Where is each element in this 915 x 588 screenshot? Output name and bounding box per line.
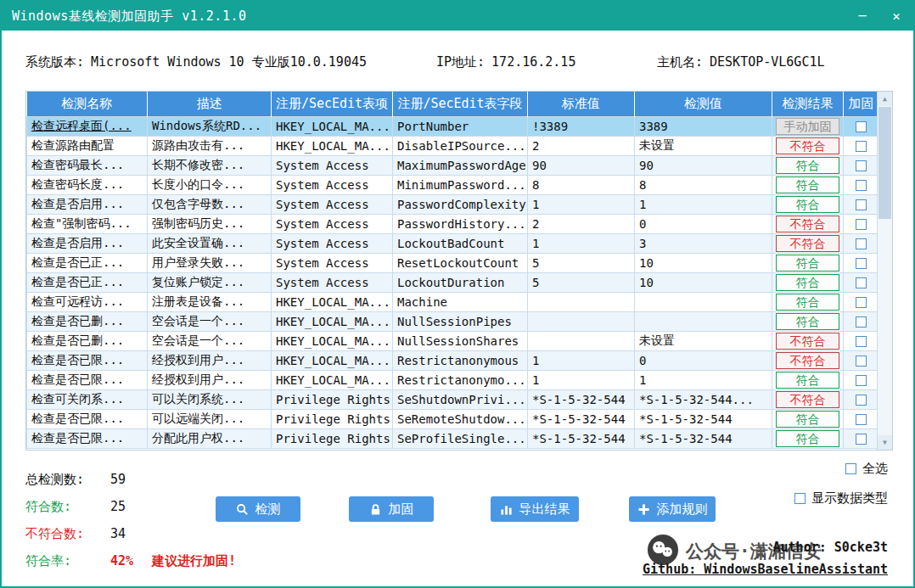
cell-harden [844,136,879,155]
row-harden-checkbox[interactable] [856,160,867,171]
select-all-checkbox[interactable] [845,463,856,474]
cell-standard: 90 [528,155,635,175]
cell-harden [844,175,879,194]
scroll-down-icon[interactable]: ▼ [878,435,892,450]
cell-name: 检查是否已正... [27,272,148,292]
harden-button[interactable]: 加固 [349,496,434,522]
row-harden-checkbox[interactable] [856,258,867,269]
table-row[interactable]: 检查是否已删...空会话是一个...HKEY_LOCAL_MA...NullSe… [27,331,879,350]
result-badge-manual[interactable]: 手动加固 [776,118,839,135]
result-badge-pass: 符合 [776,313,839,330]
cell-standard: 8 [528,175,635,194]
row-harden-checkbox[interactable] [856,238,867,249]
cell-desc: 强制密码历史... [148,214,272,233]
row-harden-checkbox[interactable] [856,375,867,386]
table-row[interactable]: 检查"强制密码...强制密码历史...System AccessPassword… [27,214,879,233]
cell-reg-key: Privilege Rights [272,409,393,428]
table-row[interactable]: 检查是否启用...仅包含字母数...System AccessPasswordC… [27,194,879,214]
table-row[interactable]: 检查密码最长...长期不修改密...System AccessMaximumPa… [27,155,879,175]
column-header-name[interactable]: 检测名称 [27,92,148,116]
cell-name: 检查是否已限... [27,370,148,389]
table-body: 检查远程桌面(...Windows系统RD...HKEY_LOCAL_MA...… [27,116,879,448]
row-harden-checkbox[interactable] [856,316,867,328]
table-row[interactable]: 检查是否已删...空会话是一个...HKEY_LOCAL_MA...NullSe… [27,311,879,331]
results-table: 检测名称 描述 注册/SecEdit表项 注册/SecEdit表字段 标准值 检… [25,91,893,451]
close-button[interactable]: ✕ [879,2,913,31]
cell-desc: 可以关闭系统... [148,389,272,409]
row-harden-checkbox[interactable] [856,414,867,425]
column-header-result[interactable]: 检测结果 [772,92,844,116]
github-link[interactable]: Github: WindowsBaselineAssistant [643,562,888,577]
column-header-reg-field[interactable]: 注册/SecEdit表字段 [393,92,528,116]
cell-standard: !3389 [528,116,635,136]
column-header-harden[interactable]: 加固 [844,92,879,116]
row-harden-checkbox[interactable] [856,356,867,367]
row-harden-checkbox[interactable] [856,141,867,152]
column-header-standard[interactable]: 标准值 [528,92,635,116]
cell-harden [844,389,879,409]
bar-chart-icon [500,503,513,516]
cell-desc: 空会话是一个... [148,311,272,331]
row-harden-checkbox[interactable] [856,121,867,132]
row-harden-checkbox[interactable] [856,180,867,191]
row-harden-checkbox[interactable] [856,395,867,406]
show-types-checkbox[interactable] [794,493,806,504]
cell-standard: 2 [528,136,635,155]
cell-reg-key: System Access [272,253,393,272]
row-harden-checkbox[interactable] [856,336,867,347]
ip-address-label: IP地址: [436,54,485,70]
table-row[interactable]: 检查是否已限...经授权到用户...HKEY_LOCAL_MA...Restri… [27,370,879,389]
cell-detected: 3389 [635,116,772,136]
table-header-row: 检测名称 描述 注册/SecEdit表项 注册/SecEdit表字段 标准值 检… [27,92,879,116]
table-row[interactable]: 检查密码长度...长度小的口令...System AccessMinimumPa… [27,175,879,194]
table-scrollbar[interactable]: ▲ ▼ [877,92,892,450]
scrollbar-thumb[interactable] [879,107,891,219]
result-badge-fail: 不符合 [776,137,839,154]
titlebar: Windows基线检测加固助手 v1.2.1.0 ─ ✕ [2,2,913,31]
stat-pass-label: 符合数: [25,499,110,515]
table-row[interactable]: 检查远程桌面(...Windows系统RD...HKEY_LOCAL_MA...… [27,116,879,136]
add-rule-button[interactable]: 添加规则 [629,496,716,522]
stat-rate-advice: 建议进行加固! [152,553,236,568]
column-header-reg-key[interactable]: 注册/SecEdit表项 [272,92,393,116]
row-harden-checkbox[interactable] [856,297,867,308]
harden-button-label: 加固 [389,501,414,518]
row-harden-checkbox[interactable] [856,434,867,445]
row-harden-checkbox[interactable] [856,219,867,230]
author-text: Author: S0cke3t [773,540,888,555]
table-row[interactable]: 检查源路由配置源路由攻击有...HKEY_LOCAL_MA...DisableI… [27,136,879,155]
cell-harden [844,116,879,136]
row-harden-checkbox[interactable] [856,277,867,288]
cell-detected: *S-1-5-32-544 [635,409,772,428]
stat-total-value: 59 [110,472,126,487]
cell-detected: 8 [635,175,772,194]
table-row[interactable]: 检查是否已限...可以远端关闭...Privilege RightsSeRemo… [27,409,879,428]
table-row[interactable]: 检查是否启用...此安全设置确...System AccessLockoutBa… [27,233,879,253]
table-row[interactable]: 检查是否已正...复位账户锁定...System AccessLockoutDu… [27,272,879,292]
cell-standard: 1 [528,370,635,389]
cell-reg-key: HKEY_LOCAL_MA... [272,136,393,155]
export-results-button[interactable]: 导出结果 [491,496,579,522]
column-header-detected[interactable]: 检测值 [635,92,772,116]
cell-standard: *S-1-5-32-544 [528,409,635,428]
hostname-label: 主机名: [657,54,703,70]
cell-harden [844,370,879,389]
cell-result: 符合 [772,272,844,292]
table-row[interactable]: 检查可关闭系...可以关闭系统...Privilege RightsSeShut… [27,389,879,409]
row-harden-checkbox[interactable] [856,199,867,210]
column-header-desc[interactable]: 描述 [148,92,272,116]
table-row[interactable]: 检查是否已正...用户登录失败...System AccessResetLock… [27,253,879,272]
table-row[interactable]: 检查是否已限...分配此用户权...Privilege RightsSeProf… [27,428,879,448]
table-row[interactable]: 检查可远程访...注册表是设备...HKEY_LOCAL_MA...Machin… [27,292,879,311]
minimize-button[interactable]: ─ [845,2,879,31]
cell-name: 检查是否已限... [27,428,148,448]
cell-reg-field: ResetLockoutCount [393,253,528,272]
cell-result: 符合 [772,253,844,272]
table-row[interactable]: 检查是否已限...经授权到用户...HKEY_LOCAL_MA...Restri… [27,350,879,370]
cell-harden [844,272,879,292]
cell-result: 不符合 [772,389,844,409]
stat-pass: 符合数:25 [25,499,126,515]
cell-result: 符合 [772,175,844,194]
scroll-up-icon[interactable]: ▲ [878,92,892,106]
detect-button[interactable]: 检测 [216,496,300,522]
